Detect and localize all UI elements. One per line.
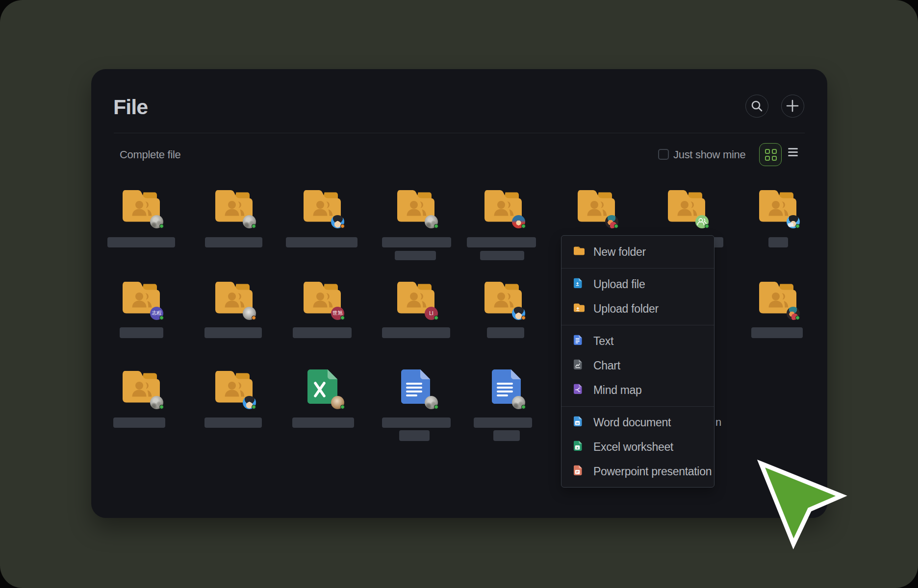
svg-text:P: P — [576, 470, 579, 474]
svg-text:x: x — [577, 446, 579, 449]
svg-text:w: w — [576, 421, 579, 425]
